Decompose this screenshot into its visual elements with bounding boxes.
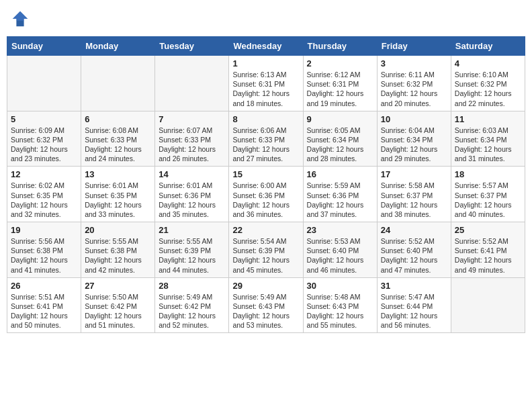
day-number: 2 [307,58,373,68]
calendar-cell: 15Sunrise: 6:00 AM Sunset: 6:36 PM Dayli… [229,167,303,222]
cell-info: Sunrise: 6:07 AM Sunset: 6:33 PM Dayligh… [159,126,225,164]
calendar-cell: 16Sunrise: 5:59 AM Sunset: 6:36 PM Dayli… [303,167,377,222]
cell-info: Sunrise: 5:49 AM Sunset: 6:43 PM Dayligh… [232,292,299,330]
day-number: 10 [381,114,447,124]
week-row-0: 1Sunrise: 6:13 AM Sunset: 6:31 PM Daylig… [7,56,525,111]
calendar-cell: 7Sunrise: 6:07 AM Sunset: 6:33 PM Daylig… [155,111,229,167]
cell-info: Sunrise: 6:11 AM Sunset: 6:32 PM Dayligh… [381,70,447,108]
calendar-table: SundayMondayTuesdayWednesdayThursdayFrid… [7,36,525,333]
day-number: 11 [455,114,521,124]
day-number: 6 [85,114,151,124]
weekday-saturday: Saturday [451,37,525,56]
calendar-cell: 22Sunrise: 5:54 AM Sunset: 6:39 PM Dayli… [229,222,303,278]
cell-info: Sunrise: 5:55 AM Sunset: 6:39 PM Dayligh… [159,236,225,275]
cell-info: Sunrise: 6:12 AM Sunset: 6:31 PM Dayligh… [307,70,373,108]
cell-info: Sunrise: 5:49 AM Sunset: 6:42 PM Dayligh… [159,292,225,330]
calendar-cell: 6Sunrise: 6:08 AM Sunset: 6:33 PM Daylig… [81,111,155,167]
weekday-sunday: Sunday [7,37,81,56]
weekday-monday: Monday [81,37,155,56]
calendar-cell: 2Sunrise: 6:12 AM Sunset: 6:31 PM Daylig… [303,56,377,111]
cell-info: Sunrise: 6:10 AM Sunset: 6:32 PM Dayligh… [455,70,521,108]
calendar-cell: 14Sunrise: 6:01 AM Sunset: 6:36 PM Dayli… [155,167,229,222]
calendar-cell [155,56,229,111]
day-number: 5 [11,114,77,124]
cell-info: Sunrise: 5:54 AM Sunset: 6:39 PM Dayligh… [232,236,299,275]
cell-info: Sunrise: 6:08 AM Sunset: 6:33 PM Dayligh… [85,126,151,164]
page: SundayMondayTuesdayWednesdayThursdayFrid… [0,0,532,340]
day-number: 30 [307,281,373,291]
cell-info: Sunrise: 6:03 AM Sunset: 6:34 PM Dayligh… [455,126,521,164]
weekday-tuesday: Tuesday [155,37,229,56]
cell-info: Sunrise: 6:01 AM Sunset: 6:35 PM Dayligh… [85,181,151,219]
day-number: 17 [381,169,447,179]
calendar-cell: 23Sunrise: 5:53 AM Sunset: 6:40 PM Dayli… [303,222,377,278]
calendar-cell: 5Sunrise: 6:09 AM Sunset: 6:32 PM Daylig… [7,111,81,167]
calendar-cell: 19Sunrise: 5:56 AM Sunset: 6:38 PM Dayli… [7,222,81,278]
logo [11,9,32,28]
week-row-4: 26Sunrise: 5:51 AM Sunset: 6:41 PM Dayli… [7,277,525,333]
day-number: 4 [455,58,521,68]
weekday-wednesday: Wednesday [229,37,303,56]
calendar-cell: 11Sunrise: 6:03 AM Sunset: 6:34 PM Dayli… [451,111,525,167]
day-number: 8 [232,114,299,124]
cell-info: Sunrise: 5:53 AM Sunset: 6:40 PM Dayligh… [307,236,373,275]
day-number: 12 [11,169,77,179]
cell-info: Sunrise: 5:52 AM Sunset: 6:41 PM Dayligh… [455,236,521,275]
calendar-cell: 4Sunrise: 6:10 AM Sunset: 6:32 PM Daylig… [451,56,525,111]
cell-info: Sunrise: 6:13 AM Sunset: 6:31 PM Dayligh… [232,70,299,108]
calendar-cell: 10Sunrise: 6:04 AM Sunset: 6:34 PM Dayli… [377,111,451,167]
day-number: 19 [11,225,77,235]
calendar-cell: 17Sunrise: 5:58 AM Sunset: 6:37 PM Dayli… [377,167,451,222]
week-row-1: 5Sunrise: 6:09 AM Sunset: 6:32 PM Daylig… [7,111,525,167]
cell-info: Sunrise: 6:01 AM Sunset: 6:36 PM Dayligh… [159,181,225,219]
day-number: 20 [85,225,151,235]
day-number: 31 [381,281,447,291]
header [7,7,525,31]
week-row-3: 19Sunrise: 5:56 AM Sunset: 6:38 PM Dayli… [7,222,525,278]
calendar-cell: 31Sunrise: 5:47 AM Sunset: 6:44 PM Dayli… [377,277,451,333]
day-number: 23 [307,225,373,235]
day-number: 13 [85,169,151,179]
day-number: 18 [455,169,521,179]
day-number: 1 [232,58,299,68]
day-number: 27 [85,281,151,291]
cell-info: Sunrise: 5:51 AM Sunset: 6:41 PM Dayligh… [11,292,77,330]
calendar-cell: 13Sunrise: 6:01 AM Sunset: 6:35 PM Dayli… [81,167,155,222]
day-number: 9 [307,114,373,124]
calendar-cell [7,56,81,111]
cell-info: Sunrise: 5:52 AM Sunset: 6:40 PM Dayligh… [381,236,447,275]
weekday-thursday: Thursday [303,37,377,56]
cell-info: Sunrise: 6:09 AM Sunset: 6:32 PM Dayligh… [11,126,77,164]
calendar-cell: 28Sunrise: 5:49 AM Sunset: 6:42 PM Dayli… [155,277,229,333]
cell-info: Sunrise: 6:00 AM Sunset: 6:36 PM Dayligh… [232,181,299,219]
calendar-cell [81,56,155,111]
day-number: 29 [232,281,299,291]
calendar-cell: 8Sunrise: 6:06 AM Sunset: 6:33 PM Daylig… [229,111,303,167]
cell-info: Sunrise: 5:58 AM Sunset: 6:37 PM Dayligh… [381,181,447,219]
calendar-cell [451,277,525,333]
day-number: 22 [232,225,299,235]
cell-info: Sunrise: 6:06 AM Sunset: 6:33 PM Dayligh… [232,126,299,164]
calendar-cell: 26Sunrise: 5:51 AM Sunset: 6:41 PM Dayli… [7,277,81,333]
day-number: 16 [307,169,373,179]
calendar-cell: 21Sunrise: 5:55 AM Sunset: 6:39 PM Dayli… [155,222,229,278]
day-number: 3 [381,58,447,68]
day-number: 7 [159,114,225,124]
calendar-cell: 25Sunrise: 5:52 AM Sunset: 6:41 PM Dayli… [451,222,525,278]
logo-icon [11,9,30,28]
calendar-cell: 9Sunrise: 6:05 AM Sunset: 6:34 PM Daylig… [303,111,377,167]
day-number: 14 [159,169,225,179]
calendar-cell: 24Sunrise: 5:52 AM Sunset: 6:40 PM Dayli… [377,222,451,278]
calendar-cell: 1Sunrise: 6:13 AM Sunset: 6:31 PM Daylig… [229,56,303,111]
calendar-cell: 12Sunrise: 6:02 AM Sunset: 6:35 PM Dayli… [7,167,81,222]
cell-info: Sunrise: 5:55 AM Sunset: 6:38 PM Dayligh… [85,236,151,275]
cell-info: Sunrise: 5:48 AM Sunset: 6:43 PM Dayligh… [307,292,373,330]
day-number: 24 [381,225,447,235]
calendar-cell: 30Sunrise: 5:48 AM Sunset: 6:43 PM Dayli… [303,277,377,333]
calendar-cell: 29Sunrise: 5:49 AM Sunset: 6:43 PM Dayli… [229,277,303,333]
weekday-header-row: SundayMondayTuesdayWednesdayThursdayFrid… [7,37,525,56]
day-number: 21 [159,225,225,235]
day-number: 15 [232,169,299,179]
weekday-friday: Friday [377,37,451,56]
cell-info: Sunrise: 6:05 AM Sunset: 6:34 PM Dayligh… [307,126,373,164]
